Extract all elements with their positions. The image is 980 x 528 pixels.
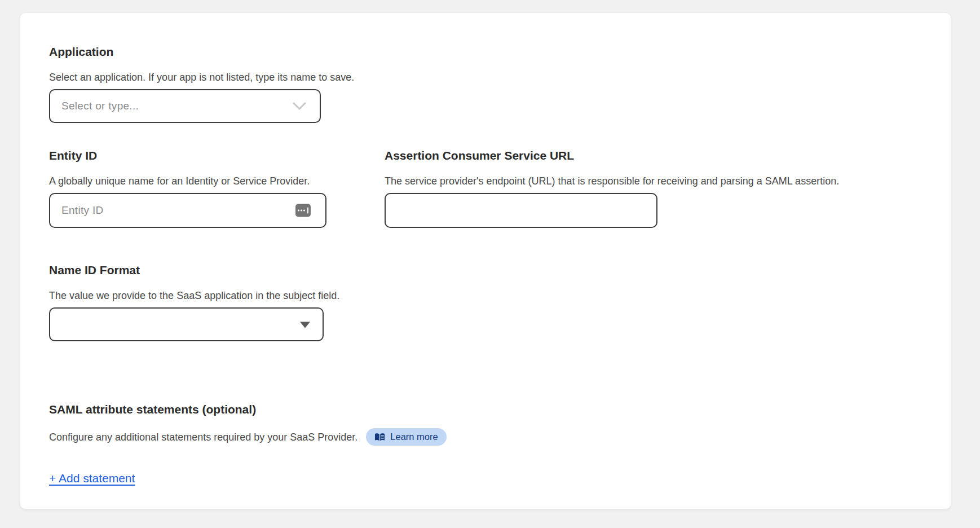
name-id-format-select[interactable] xyxy=(49,307,324,341)
acs-url-description: The service provider's endpoint (URL) th… xyxy=(385,174,922,188)
add-statement-link[interactable]: + Add statement xyxy=(49,472,135,485)
entity-id-input-wrap xyxy=(49,193,326,228)
acs-url-title: Assertion Consumer Service URL xyxy=(385,148,922,163)
learn-more-button[interactable]: Learn more xyxy=(366,428,446,446)
entity-id-section: Entity ID A globally unique name for an … xyxy=(49,148,385,228)
learn-more-label: Learn more xyxy=(390,432,438,442)
entity-id-title: Entity ID xyxy=(49,148,385,163)
saml-config-card: Application Select an application. If yo… xyxy=(20,12,951,509)
acs-url-input[interactable] xyxy=(385,193,657,228)
caret-down-icon xyxy=(300,322,310,328)
saml-statements-section: SAML attribute statements (optional) Con… xyxy=(49,402,922,485)
application-description: Select an application. If your app is no… xyxy=(49,71,922,84)
name-id-format-section: Name ID Format The value we provide to t… xyxy=(49,263,922,341)
application-select[interactable]: Select or type... xyxy=(49,89,321,123)
saml-statements-title: SAML attribute statements (optional) xyxy=(49,402,922,417)
application-section: Application Select an application. If yo… xyxy=(49,45,922,123)
entity-acs-row: Entity ID A globally unique name for an … xyxy=(49,148,922,228)
saml-statements-description: Configure any additional statements requ… xyxy=(49,430,357,444)
acs-url-section: Assertion Consumer Service URL The servi… xyxy=(385,148,922,228)
acs-url-input-wrap xyxy=(385,193,657,228)
application-select-placeholder: Select or type... xyxy=(50,100,139,112)
application-title: Application xyxy=(49,45,922,59)
name-id-format-description: The value we provide to the SaaS applica… xyxy=(49,289,922,302)
saml-statements-description-row: Configure any additional statements requ… xyxy=(49,428,922,446)
autofill-icon[interactable] xyxy=(295,204,311,217)
book-open-icon xyxy=(374,433,385,442)
name-id-format-title: Name ID Format xyxy=(49,263,922,278)
entity-id-input[interactable] xyxy=(49,193,326,228)
chevron-down-icon xyxy=(293,102,306,110)
entity-id-description: A globally unique name for an Identity o… xyxy=(49,174,385,188)
